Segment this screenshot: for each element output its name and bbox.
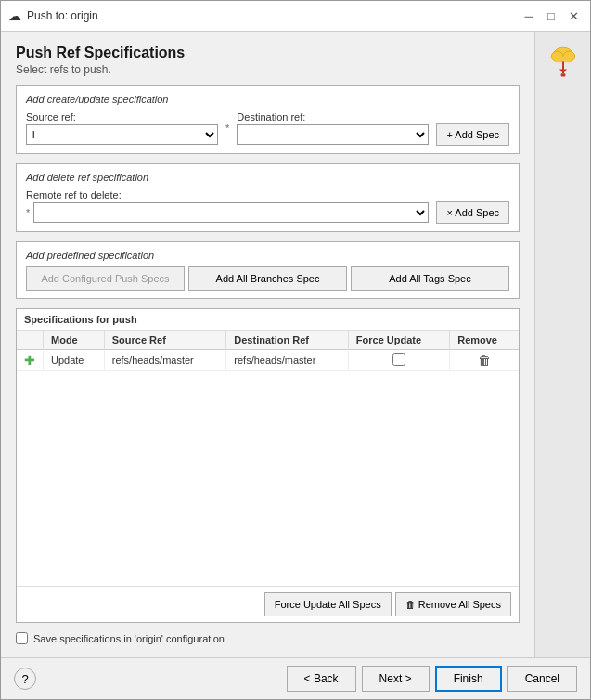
row-dest-ref-cell: refs/heads/master bbox=[226, 350, 349, 371]
save-checkbox-row: Save specifications in 'origin' configur… bbox=[16, 632, 520, 644]
footer-right: < Back Next > Finish Cancel bbox=[287, 666, 577, 692]
main-content: Push Ref Specifications Select refs to p… bbox=[1, 32, 534, 657]
col-header-dest-ref: Destination Ref bbox=[226, 331, 349, 350]
remote-ref-group: Remote ref to delete: * bbox=[26, 189, 429, 223]
specs-section: Specifications for push Mode Source Ref … bbox=[16, 308, 520, 623]
next-button[interactable]: Next > bbox=[362, 666, 430, 692]
row-remove-cell: 🗑 bbox=[450, 350, 519, 371]
specs-table-header: Mode Source Ref Destination Ref Force Up… bbox=[17, 331, 519, 350]
specs-header: Specifications for push bbox=[17, 309, 519, 331]
col-header-force-update: Force Update bbox=[348, 331, 449, 350]
row-icon-cell: ✚ bbox=[17, 350, 44, 371]
col-header-mode-text: Mode bbox=[44, 331, 105, 350]
col-header-mode bbox=[17, 331, 44, 350]
source-ref-select[interactable]: l bbox=[26, 124, 218, 145]
dest-ref-label: Destination ref: bbox=[237, 111, 429, 123]
sidebar-icon-area bbox=[534, 32, 590, 657]
save-specs-label: Save specifications in 'origin' configur… bbox=[33, 633, 225, 644]
remote-ref-input-row: * bbox=[26, 202, 429, 223]
svg-marker-5 bbox=[559, 69, 567, 73]
row-add-icon: ✚ bbox=[24, 353, 35, 368]
force-update-checkbox[interactable] bbox=[392, 353, 405, 366]
dest-ref-input-row bbox=[237, 124, 429, 145]
dest-ref-select[interactable] bbox=[237, 124, 429, 145]
window-icon: ☁ bbox=[8, 8, 21, 23]
svg-rect-3 bbox=[555, 57, 572, 62]
back-button[interactable]: < Back bbox=[287, 666, 356, 692]
asterisk-prefix: * bbox=[225, 123, 229, 134]
row-mode-cell: Update bbox=[44, 350, 105, 371]
delete-row-button[interactable]: 🗑 bbox=[478, 353, 491, 368]
window-title: Push to: origin bbox=[27, 9, 98, 22]
specs-table-container: Mode Source Ref Destination Ref Force Up… bbox=[17, 331, 519, 586]
close-button[interactable]: ✕ bbox=[564, 6, 583, 25]
footer: ? < Back Next > Finish Cancel bbox=[1, 657, 590, 699]
predefined-buttons: Add Configured Push Specs Add All Branch… bbox=[26, 266, 509, 291]
col-header-remove: Remove bbox=[450, 331, 519, 350]
save-specs-checkbox[interactable] bbox=[16, 632, 28, 644]
predefined-label: Add predefined specification bbox=[26, 250, 509, 261]
force-update-all-specs-button[interactable]: Force Update All Specs bbox=[264, 592, 392, 616]
add-all-branches-spec-button[interactable]: Add All Branches Spec bbox=[188, 266, 347, 291]
title-bar: ☁ Push to: origin ─ □ ✕ bbox=[1, 1, 590, 32]
create-update-section: Add create/update specification Source r… bbox=[16, 85, 520, 154]
minimize-button[interactable]: ─ bbox=[520, 6, 538, 25]
specs-table: Mode Source Ref Destination Ref Force Up… bbox=[17, 331, 519, 371]
create-update-label: Add create/update specification bbox=[26, 94, 509, 105]
dest-ref-group: Destination ref: bbox=[237, 111, 429, 145]
help-button[interactable]: ? bbox=[14, 668, 36, 690]
add-spec-delete-button[interactable]: × Add Spec bbox=[436, 201, 509, 224]
title-bar-controls: ─ □ ✕ bbox=[520, 6, 583, 25]
svg-rect-6 bbox=[560, 73, 565, 76]
title-bar-left: ☁ Push to: origin bbox=[8, 8, 98, 23]
delete-section: Add delete ref specification Remote ref … bbox=[16, 163, 520, 232]
add-configured-push-specs-button[interactable]: Add Configured Push Specs bbox=[26, 266, 185, 291]
specs-table-body: ✚ Update refs/heads/master refs/heads/ma… bbox=[17, 350, 519, 371]
source-ref-label: Source ref: bbox=[26, 111, 218, 123]
colon-prefix: * bbox=[26, 207, 30, 218]
add-spec-create-button[interactable]: + Add Spec bbox=[436, 123, 509, 146]
finish-button[interactable]: Finish bbox=[435, 666, 502, 692]
create-update-fields: Source ref: l * Destination ref: bbox=[26, 110, 509, 146]
delete-label: Add delete ref specification bbox=[26, 172, 509, 183]
col-header-source-ref: Source Ref bbox=[104, 331, 226, 350]
predefined-section: Add predefined specification Add Configu… bbox=[16, 241, 520, 299]
row-force-update-cell bbox=[348, 350, 449, 371]
maximize-button[interactable]: □ bbox=[542, 6, 560, 25]
cancel-button[interactable]: Cancel bbox=[507, 666, 577, 692]
delete-fields: Remote ref to delete: * × Add Spec bbox=[26, 188, 509, 224]
remove-all-specs-button[interactable]: 🗑 Remove All Specs bbox=[395, 592, 511, 616]
cloud-upload-icon bbox=[545, 41, 582, 78]
row-source-ref-cell: refs/heads/master bbox=[104, 350, 226, 371]
source-ref-input-row: l bbox=[26, 124, 218, 145]
page-title: Push Ref Specifications bbox=[16, 45, 520, 61]
remote-ref-label: Remote ref to delete: bbox=[26, 189, 429, 201]
page-header: Push Ref Specifications Select refs to p… bbox=[16, 45, 520, 76]
page-subtitle: Select refs to push. bbox=[16, 63, 520, 76]
table-row: ✚ Update refs/heads/master refs/heads/ma… bbox=[17, 350, 519, 371]
specs-actions: Force Update All Specs 🗑 Remove All Spec… bbox=[17, 586, 519, 622]
source-ref-group: Source ref: l bbox=[26, 111, 218, 145]
add-all-tags-spec-button[interactable]: Add All Tags Spec bbox=[351, 266, 509, 291]
footer-left: ? bbox=[14, 668, 36, 690]
content-area: Push Ref Specifications Select refs to p… bbox=[1, 32, 590, 657]
main-window: ☁ Push to: origin ─ □ ✕ Push Ref Specifi… bbox=[0, 0, 591, 700]
remote-ref-select[interactable] bbox=[33, 202, 429, 223]
